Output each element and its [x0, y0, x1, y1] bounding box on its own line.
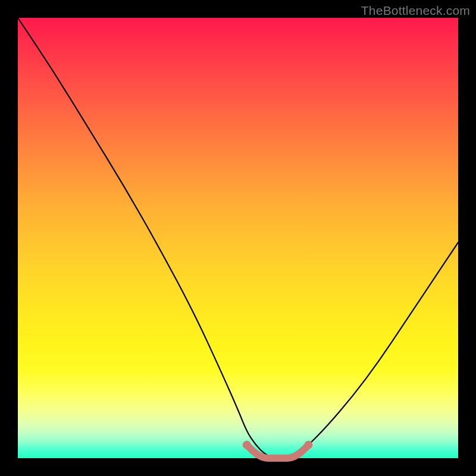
highlight-end-dot [243, 441, 251, 449]
chart-svg [18, 18, 458, 458]
highlight-end-dot [304, 441, 312, 449]
series-bottom-highlight [247, 445, 309, 458]
plot-area [18, 18, 458, 458]
chart-container: TheBottleneck.com [0, 0, 476, 476]
watermark-label: TheBottleneck.com [361, 4, 470, 18]
series-bottleneck-curve [18, 18, 458, 458]
